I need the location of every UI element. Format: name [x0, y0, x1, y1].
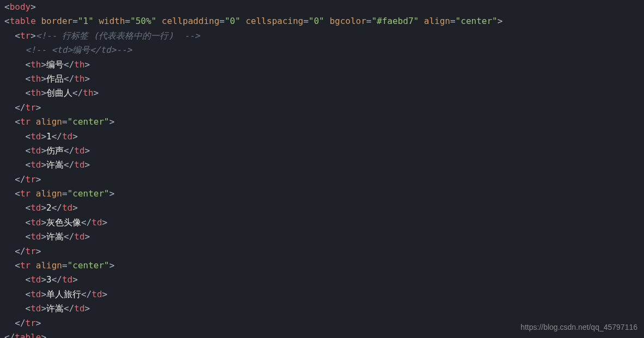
watermark-text: https://blog.csdn.net/qq_45797116: [520, 321, 637, 334]
code-block: <body> <table border="1" width="50%" cel…: [0, 0, 644, 338]
